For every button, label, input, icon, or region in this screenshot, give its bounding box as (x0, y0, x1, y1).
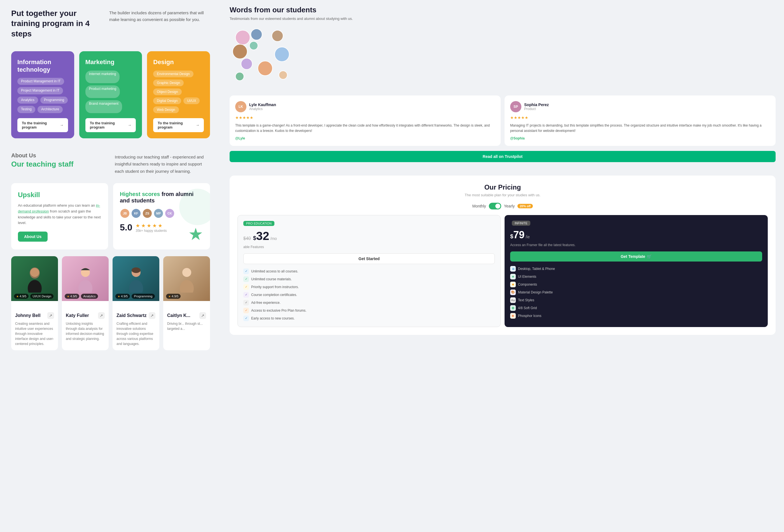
tag-testing: Testing (17, 106, 35, 113)
staff-arrow-zaid[interactable]: ↗ (149, 312, 156, 319)
tag-uiux: UI/UX (184, 97, 200, 104)
feature-icon-grid: ▦ (510, 305, 516, 311)
feature-forums: ✓ Access to exclusive Pro Plan forums. (243, 308, 495, 313)
pro-features-list: ✓ Unlimited access to all courses. ✓ Unl… (243, 269, 495, 321)
cluster-av-7 (235, 72, 244, 81)
svg-point-5 (129, 280, 143, 292)
feature-desktop: 🖥 Desktop, Tablet & Phone (510, 266, 762, 272)
price-card-pro-education: PRO EDUCATION $40 $32 /mo able Features … (237, 215, 501, 327)
testimonial-sophia: SP Sophia Perez Product ★★★★★ Managing I… (505, 95, 776, 146)
feature-components: ◆ Components (510, 282, 762, 287)
svg-point-7 (132, 268, 141, 273)
billing-toggle-switch[interactable] (489, 203, 501, 209)
rating-johnny: ★ 4.9/5 (14, 294, 29, 299)
svg-point-8 (180, 280, 194, 292)
about-section: About Us Our teaching staff Introducing … (11, 152, 210, 175)
feature-icon-materials: ✓ (243, 276, 249, 282)
price-infinite: $79 (510, 229, 525, 241)
score-stars: ★ ★ ★ ★ ★ (136, 223, 167, 229)
tag-analytics: Analytics (17, 96, 38, 104)
test-handle-sophia: @Sophia (510, 136, 770, 140)
test-user-lyle: LK Lyle Kauffman Analytics (235, 101, 495, 112)
get-template-button[interactable]: Get Template 🛒 (510, 251, 762, 261)
card-design-title: Design (153, 58, 204, 66)
staff-arrow-johnny[interactable]: ↗ (47, 312, 54, 319)
cluster-av-9 (274, 47, 289, 62)
tag-brand-management: Brand management (85, 100, 122, 113)
upskill-description: An educational platform where you can le… (18, 203, 101, 226)
cluster-av-5 (241, 58, 253, 70)
test-handle-lyle: @Lyle (235, 136, 495, 140)
svg-point-3 (78, 280, 92, 292)
staff-arrow-katy[interactable]: ↗ (98, 312, 105, 319)
upskill-title: Upskill (18, 191, 101, 199)
feature-icon-text: Aa (510, 297, 516, 303)
discount-badge: 20% off (517, 204, 533, 208)
card-marketing-title: Marketing (85, 58, 136, 66)
feature-early-access: ✓ Early access to new courses. (243, 315, 495, 321)
pricing-subtitle: The most suitable plan for your studies … (237, 193, 768, 197)
upskill-box: Upskill An educational platform where yo… (11, 183, 108, 250)
about-label: About Us (11, 152, 106, 159)
tag-product-marketing: Product marketing (85, 85, 120, 98)
svg-point-1 (28, 280, 42, 292)
test-text-lyle: This template is a game-changer! As a fr… (235, 123, 495, 134)
feature-icon-courses: ✓ (243, 269, 249, 274)
feature-icon-forums: ✓ (243, 308, 249, 313)
testimonials-title: Words from our students (230, 6, 776, 14)
staff-desc-caitlyn: Driving br... through st... targeted a..… (167, 321, 206, 331)
feature-icon-ads: ✓ (243, 300, 249, 306)
feature-icon-early: ✓ (243, 315, 249, 321)
pricing-section: Our Pricing The most suitable plan for y… (230, 175, 776, 335)
score-label: 35k+ happy students (136, 229, 167, 233)
score-avatar-4: MP (153, 208, 164, 218)
price-card-infinite: INFINITE $79 /ie Access an Framer file a… (505, 215, 768, 327)
feature-text-styles: Aa Text Styles (510, 297, 762, 303)
card-info-tech-tags: Product Management in IT Project Managem… (17, 78, 68, 113)
specialty-zaid: Programming (132, 294, 155, 299)
score-avatar-5: CK (165, 208, 175, 218)
steps-description: The builder includes dozens of parameter… (109, 8, 210, 44)
avatar-cluster (230, 27, 776, 89)
feature-material-palette: 🎨 Material Design Palette (510, 289, 762, 295)
infinite-label: INFINITE (512, 221, 530, 226)
score-avatar-1: JB (120, 208, 130, 218)
trustpilot-button[interactable]: Read all on Trustpilot (230, 151, 776, 162)
card-marketing: Marketing Internet marketing Product mar… (79, 51, 142, 138)
cluster-av-10 (279, 71, 287, 80)
about-us-button[interactable]: About Us (18, 231, 48, 242)
staff-desc-zaid: Crafting efficient and innovative soluti… (116, 321, 156, 346)
staff-info-johnny: Johnny Bell ↗ Creating seamless and intu… (11, 301, 58, 350)
staff-arrow-caitlyn[interactable]: ↗ (199, 312, 206, 319)
price-old: $40 (243, 236, 251, 241)
category-cards: Information technology Product Managemen… (11, 51, 210, 138)
score-number: 5.0 (120, 222, 132, 233)
tag-architecture: Architecture (37, 106, 63, 113)
rating-katy: ★ 4.9/5 (65, 294, 79, 299)
feature-ui-elements: ◈ UI Elements (510, 274, 762, 279)
testimonials-subtitle: Testimonials from our esteemed students … (230, 16, 776, 22)
card-info-tech-title: Information technology (17, 58, 68, 73)
get-started-button[interactable]: Get Started (243, 253, 495, 264)
billing-toggle: Monthly Yearly 20% off (237, 203, 768, 209)
pro-education-label: PRO EDUCATION (243, 221, 274, 226)
svg-point-9 (182, 268, 191, 277)
staff-card-katy: ★ 4.9/5 Analytics Katy Fuller ↗ Unlockin… (62, 256, 109, 350)
price-current: $32 (253, 229, 269, 243)
marketing-link[interactable]: To the training program → (85, 118, 136, 132)
rating-caitlyn: ★ 4.9/5 (166, 294, 180, 299)
score-avatar-3: ZS (142, 208, 152, 218)
design-link[interactable]: To the training program → (153, 118, 204, 132)
feature-certificates: ✓ Course completion certificates. (243, 292, 495, 298)
info-tech-link[interactable]: To the training program → (17, 118, 68, 132)
test-name-lyle: Lyle Kauffman (249, 103, 276, 107)
billing-yearly: Yearly (504, 204, 515, 208)
test-avatar-lyle: LK (235, 101, 246, 112)
staff-name-caitlyn: Caitlyn K... (167, 313, 190, 318)
price-period-infinite: /ie (526, 235, 530, 239)
big-star-decoration: ★ (188, 224, 203, 244)
rating-zaid: ★ 4.9/5 (115, 294, 130, 299)
test-user-sophia: SP Sophia Perez Product (510, 101, 770, 112)
staff-info-katy: Katy Fuller ↗ Unlocking insights through… (62, 301, 109, 345)
cluster-av-6 (258, 61, 273, 76)
